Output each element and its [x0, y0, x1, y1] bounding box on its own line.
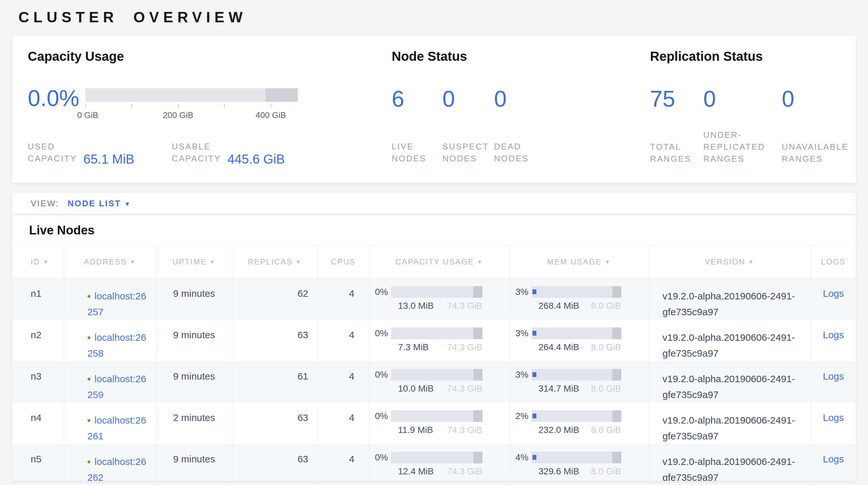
mem-total: 8.0 GiB [591, 301, 621, 311]
mem-usage-bar [531, 410, 621, 422]
mem-usage-cell: 3% 268.4 MiB8.0 GiB [509, 278, 648, 320]
node-address-link[interactable]: localhost:26258 [88, 332, 146, 359]
replicas-cell: 63 [232, 320, 317, 361]
view-selector-bar: VIEW: NODE LIST ▾ [12, 193, 856, 214]
logs-cell: Logs [811, 278, 856, 320]
column-header-cpus: CPUS [317, 246, 369, 278]
logs-link[interactable]: Logs [823, 412, 844, 423]
capacity-usage-bar [391, 452, 483, 463]
uptime-cell: 9 minutes [156, 361, 232, 403]
capacity-percent: 0% [369, 370, 388, 380]
mem-total: 8.0 GiB [591, 383, 621, 394]
mem-percent: 3% [510, 328, 529, 339]
view-dropdown[interactable]: NODE LIST ▾ [67, 199, 130, 208]
capacity-total: 74.3 GiB [447, 425, 483, 435]
view-label: VIEW: [31, 199, 59, 208]
capacity-usage-cell: 0% 10.0 MiB74.3 GiB [369, 361, 509, 403]
capacity-usage-bar [391, 410, 483, 422]
node-live-icon [88, 295, 90, 298]
column-header-version[interactable]: VERSION▼ [648, 246, 811, 278]
replication-status-section: Replication Status 75 0 0 TOTALRANGES UN… [650, 35, 854, 183]
replicas-cell: 63 [232, 444, 317, 481]
mem-percent: 3% [510, 287, 529, 297]
node-id-cell: n5 [12, 444, 64, 481]
uptime-cell: 2 minutes [156, 403, 232, 444]
sort-arrow-icon: ▼ [296, 259, 302, 265]
logs-cell: Logs [811, 403, 856, 444]
mem-usage-cell: 3% 314.7 MiB8.0 GiB [509, 361, 648, 403]
cluster-summary-card: Capacity Usage 0.0% 0 GiB 200 GiB 400 Gi… [12, 35, 856, 183]
mem-percent: 4% [510, 452, 529, 463]
mem-total: 8.0 GiB [591, 425, 621, 435]
total-ranges-label: TOTALRANGES [650, 141, 703, 165]
cpus-cell: 4 [317, 403, 369, 444]
replicas-cell: 61 [232, 361, 317, 403]
logs-link[interactable]: Logs [823, 288, 844, 299]
logs-link[interactable]: Logs [823, 371, 844, 381]
mem-usage-bar [531, 369, 621, 380]
node-address-cell: localhost:26261 [64, 403, 156, 444]
column-header-address[interactable]: ADDRESS▼ [64, 246, 156, 278]
logs-cell: Logs [811, 361, 856, 403]
capacity-bar-used-segment [266, 88, 298, 102]
usable-capacity-value: 445.6 GiB [227, 152, 285, 166]
chevron-down-icon: ▾ [126, 200, 130, 207]
cpus-cell: 4 [317, 444, 369, 481]
node-address-link[interactable]: localhost:26257 [88, 291, 146, 317]
version-cell: v19.2.0-alpha.20190606-2491-gfe735c9a97 [648, 278, 811, 320]
replicas-cell: 62 [232, 278, 317, 320]
table-header-row: ID▼ ADDRESS▼ UPTIME▼ REPLICAS▼ CPUS CAPA… [12, 246, 856, 278]
column-header-replicas[interactable]: REPLICAS▼ [232, 246, 317, 278]
capacity-bar [85, 88, 298, 102]
mem-usage-cell: 3% 264.4 MiB8.0 GiB [509, 320, 648, 361]
dead-nodes-label: DEADNODES [494, 141, 529, 165]
capacity-percent: 0% [369, 411, 388, 421]
axis-tick-label: 200 GiB [163, 110, 193, 120]
capacity-usage-bar [391, 369, 483, 380]
mem-used: 268.4 MiB [531, 301, 579, 311]
table-row: n4 localhost:26261 2 minutes 63 4 0% 11.… [12, 403, 856, 444]
capacity-usage-title: Capacity Usage [28, 49, 376, 64]
live-nodes-card: Live Nodes ID▼ ADDRESS▼ UPTIME▼ REPLICAS… [12, 215, 856, 481]
logs-cell: Logs [811, 444, 856, 481]
node-address-link[interactable]: localhost:26262 [88, 456, 146, 481]
node-address-link[interactable]: localhost:26261 [88, 415, 146, 441]
node-id-cell: n2 [12, 320, 64, 361]
mem-usage-bar [531, 327, 621, 339]
cpus-cell: 4 [317, 278, 369, 320]
uptime-cell: 9 minutes [156, 444, 232, 481]
capacity-usage-section: Capacity Usage 0.0% 0 GiB 200 GiB 400 Gi… [28, 35, 376, 183]
dead-nodes-count: 0 [494, 84, 507, 113]
capacity-axis: 0 GiB 200 GiB 400 GiB [85, 104, 298, 122]
used-capacity-value: 65.1 MiB [83, 152, 134, 166]
capacity-used: 7.3 MiB [391, 342, 429, 352]
capacity-total: 74.3 GiB [447, 342, 483, 352]
node-status-section: Node Status 6 0 0 LIVENODES SUSPECTNODES… [392, 35, 640, 183]
used-capacity-stat: USED CAPACITY 65.1 MiB [28, 141, 134, 165]
capacity-usage-bar [391, 327, 483, 339]
column-header-id[interactable]: ID▼ [12, 246, 64, 278]
capacity-total: 74.3 GiB [447, 466, 483, 477]
column-header-capacity-usage[interactable]: CAPACITY USAGE▼ [369, 246, 509, 278]
table-row: n2 localhost:26258 9 minutes 63 4 0% 7.3… [12, 320, 856, 361]
mem-used: 264.4 MiB [531, 342, 579, 352]
node-live-icon [88, 419, 90, 422]
logs-link[interactable]: Logs [823, 330, 844, 340]
capacity-used: 13.0 MiB [391, 301, 434, 311]
under-replicated-ranges-count: 0 [703, 84, 782, 113]
axis-tick-label: 400 GiB [256, 110, 286, 120]
under-replicated-ranges-label: UNDER-REPLICATEDRANGES [703, 129, 782, 165]
column-header-mem-usage[interactable]: MEM USAGE▼ [509, 246, 648, 278]
node-id-cell: n1 [12, 278, 64, 320]
capacity-percent-value: 0.0% [28, 84, 80, 113]
column-header-uptime[interactable]: UPTIME▼ [156, 246, 232, 278]
mem-total: 8.0 GiB [591, 466, 621, 477]
node-address-link[interactable]: localhost:26259 [88, 373, 146, 400]
replicas-cell: 63 [232, 403, 317, 444]
page-title: CLUSTER OVERVIEW [19, 8, 868, 26]
live-nodes-label: LIVENODES [392, 141, 442, 165]
capacity-total: 74.3 GiB [447, 301, 483, 311]
logs-link[interactable]: Logs [823, 454, 844, 464]
node-live-icon [88, 460, 90, 463]
sort-arrow-icon: ▼ [477, 259, 483, 265]
